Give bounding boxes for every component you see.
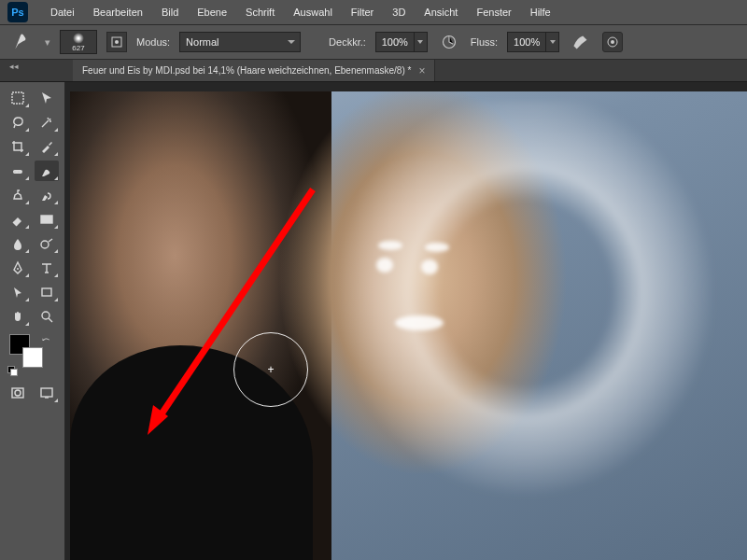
magic-wand-tool[interactable] [35, 112, 59, 133]
pressure-opacity-icon[interactable] [437, 30, 461, 54]
dodge-tool[interactable] [35, 233, 59, 254]
toolbox: ⤺ [0, 82, 65, 560]
menu-window[interactable]: Fenster [467, 3, 520, 21]
flow-field[interactable]: 100% [507, 32, 546, 52]
menu-image[interactable]: Bild [152, 3, 188, 21]
rectangle-tool[interactable] [35, 282, 59, 302]
blend-mode-select[interactable]: Normal [179, 32, 301, 52]
spot-healing-brush-tool[interactable] [6, 161, 30, 181]
collapse-panels-icon[interactable]: ◂◂ [7, 62, 21, 71]
blur-tool[interactable] [6, 233, 30, 254]
document-tabs: Feuer und Eis by MDI.psd bei 14,1% (Haar… [0, 60, 747, 82]
background-color[interactable] [22, 347, 43, 368]
current-tool-icon[interactable] [11, 30, 35, 54]
brush-preset-picker[interactable]: 627 [60, 30, 97, 54]
swap-colors-icon[interactable]: ⤺ [42, 334, 49, 344]
svg-rect-13 [42, 288, 51, 296]
svg-rect-5 [12, 92, 23, 104]
crop-tool[interactable] [6, 136, 30, 157]
zoom-tool[interactable] [35, 306, 59, 327]
brush-cursor [233, 332, 308, 407]
color-swatches: ⤺ [6, 334, 59, 375]
app-logo: Ps [7, 2, 28, 22]
flow-label: Fluss: [471, 36, 498, 48]
svg-point-7 [14, 171, 16, 173]
menu-layer[interactable]: Ebene [188, 3, 236, 21]
pen-tool[interactable] [6, 258, 30, 278]
svg-point-11 [41, 241, 49, 248]
quick-mask-icon[interactable] [6, 383, 30, 403]
rectangular-marquee-tool[interactable] [6, 88, 30, 108]
menu-file[interactable]: Datei [41, 3, 84, 21]
options-bar: ▾ 627 Modus: Normal Deckkr.: 100% Fluss:… [0, 24, 747, 60]
brush-panel-toggle[interactable] [106, 32, 127, 52]
menu-type[interactable]: Schrift [236, 3, 284, 21]
pressure-size-icon[interactable] [602, 32, 623, 52]
document-image [79, 91, 747, 560]
document-tab-title: Feuer und Eis by MDI.psd bei 14,1% (Haar… [82, 65, 411, 76]
path-selection-tool[interactable] [6, 282, 30, 302]
svg-point-8 [18, 171, 20, 173]
menu-3d[interactable]: 3D [383, 3, 415, 21]
clone-stamp-tool[interactable] [6, 185, 30, 205]
brush-tool[interactable] [35, 161, 59, 181]
menu-help[interactable]: Hilfe [521, 3, 560, 21]
mode-label: Modus: [136, 36, 170, 48]
menu-edit[interactable]: Bearbeiten [84, 3, 152, 21]
hand-tool[interactable] [6, 306, 30, 327]
svg-point-4 [611, 40, 614, 44]
gradient-tool[interactable] [35, 209, 59, 230]
canvas[interactable] [65, 82, 747, 560]
default-colors-icon[interactable] [7, 366, 17, 375]
close-icon[interactable]: × [418, 65, 425, 77]
lasso-tool[interactable] [6, 112, 30, 133]
svg-rect-17 [41, 388, 52, 397]
menu-select[interactable]: Auswahl [284, 3, 342, 21]
type-tool[interactable] [35, 258, 59, 278]
menu-view[interactable]: Ansicht [415, 3, 467, 21]
document-tab-active[interactable]: Feuer und Eis by MDI.psd bei 14,1% (Haar… [73, 60, 435, 81]
eyedropper-tool[interactable] [35, 136, 59, 157]
brush-size-value: 627 [72, 44, 84, 52]
svg-rect-9 [41, 216, 52, 223]
menu-filter[interactable]: Filter [342, 3, 383, 21]
svg-point-1 [115, 40, 119, 44]
svg-point-14 [42, 312, 49, 319]
airbrush-icon[interactable] [569, 30, 593, 54]
history-brush-tool[interactable] [35, 185, 59, 205]
opacity-field[interactable]: 100% [375, 32, 415, 52]
svg-point-12 [17, 268, 19, 270]
flow-dropdown[interactable] [546, 32, 559, 52]
menu-bar: Ps Datei Bearbeiten Bild Ebene Schrift A… [0, 0, 747, 24]
opacity-label: Deckkr.: [329, 36, 366, 48]
move-tool[interactable] [35, 88, 59, 108]
eraser-tool[interactable] [6, 209, 30, 230]
opacity-dropdown[interactable] [415, 32, 428, 52]
svg-point-16 [15, 390, 21, 396]
screen-mode-icon[interactable] [35, 383, 59, 403]
